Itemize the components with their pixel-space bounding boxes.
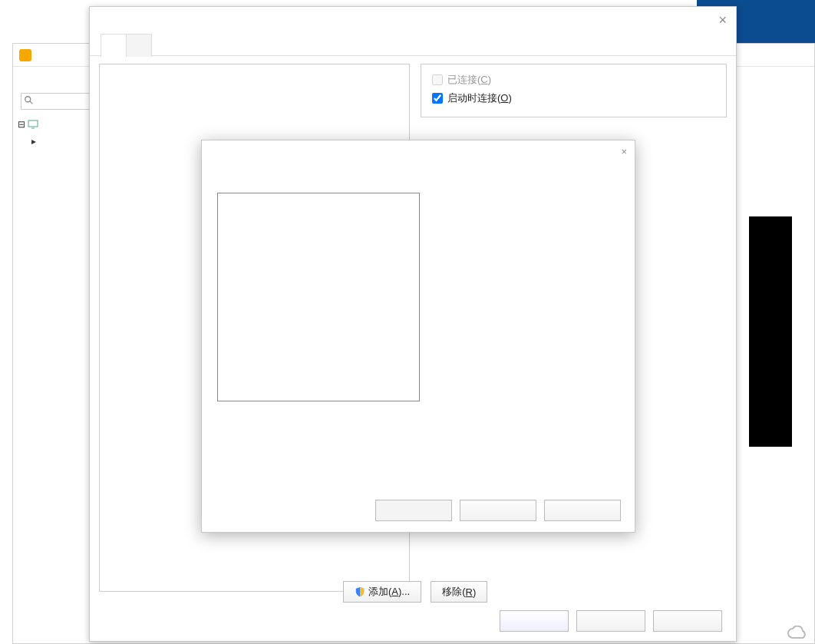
minimize-button[interactable] bbox=[753, 44, 784, 67]
cancel-button[interactable] bbox=[576, 610, 645, 632]
close-button[interactable] bbox=[784, 44, 814, 67]
svg-rect-2 bbox=[28, 121, 38, 127]
next-button[interactable] bbox=[460, 500, 536, 521]
svg-point-0 bbox=[25, 97, 31, 102]
hardware-type-list[interactable] bbox=[217, 193, 420, 401]
search-icon bbox=[24, 95, 35, 106]
ok-button[interactable] bbox=[500, 610, 569, 632]
explain-text bbox=[427, 193, 619, 197]
back-button bbox=[375, 500, 452, 521]
wizard-close-icon[interactable]: × bbox=[621, 140, 627, 163]
device-status-group: 已连接(C) 启动时连接(O) bbox=[421, 64, 727, 117]
vm-preview bbox=[749, 216, 792, 447]
monitor-icon bbox=[28, 120, 38, 129]
app-logo-icon bbox=[19, 49, 31, 61]
cloud-icon bbox=[787, 626, 807, 639]
tab-hardware[interactable] bbox=[101, 34, 127, 57]
connected-checkbox-input bbox=[432, 74, 443, 85]
settings-close-icon[interactable]: × bbox=[718, 7, 727, 33]
wizard-cancel-button[interactable] bbox=[544, 500, 621, 521]
tab-options[interactable] bbox=[126, 34, 152, 57]
connect-on-power-input[interactable] bbox=[432, 93, 443, 104]
add-hardware-wizard: × bbox=[201, 140, 635, 533]
connected-checkbox[interactable]: 已连接(C) bbox=[429, 72, 718, 88]
remove-hardware-button[interactable]: 移除(R) bbox=[431, 581, 487, 603]
connect-on-power-checkbox[interactable]: 启动时连接(O) bbox=[429, 91, 718, 106]
add-hardware-button[interactable]: 添加(A)... bbox=[343, 581, 421, 603]
watermark bbox=[787, 626, 810, 639]
help-button[interactable] bbox=[653, 610, 722, 632]
svg-line-1 bbox=[30, 101, 33, 104]
shield-icon bbox=[355, 586, 365, 597]
